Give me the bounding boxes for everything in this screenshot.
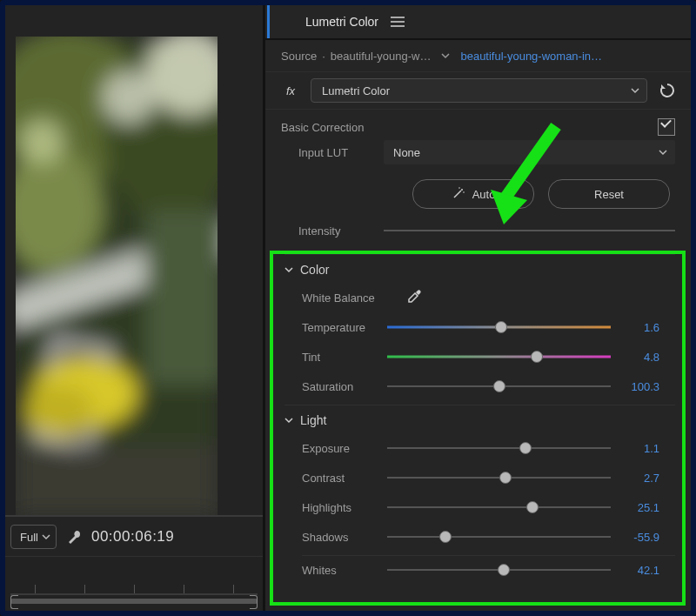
svg-point-13: [103, 71, 155, 124]
input-lut-value: None: [393, 146, 420, 159]
intensity-row: Intensity: [265, 216, 691, 245]
saturation-slider[interactable]: [387, 378, 611, 395]
input-lut-dropdown[interactable]: None: [384, 140, 675, 164]
tint-slider[interactable]: [387, 348, 611, 365]
basic-correction-toggle[interactable]: [658, 118, 675, 136]
color-group-title: Color: [300, 263, 329, 277]
effect-row: fx Lumetri Color: [265, 72, 691, 110]
timecode-display[interactable]: 00:00:06:19: [91, 528, 174, 546]
shadows-label: Shadows: [302, 531, 378, 544]
whites-label: Whites: [302, 564, 378, 577]
chevron-down-icon: [284, 416, 293, 425]
whites-slider[interactable]: [387, 561, 611, 579]
source-label: Source: [281, 50, 317, 63]
chevron-down-icon: [631, 86, 639, 95]
intensity-label: Intensity: [298, 224, 375, 238]
input-lut-row: Input LUT None: [265, 137, 691, 167]
effect-label: Lumetri Color: [322, 84, 390, 97]
preview-control-bar: Full 00:00:06:19: [5, 515, 263, 557]
intensity-slider[interactable]: [384, 222, 675, 239]
eyedropper-icon[interactable]: [406, 289, 422, 307]
shadows-value[interactable]: -55.9: [619, 531, 659, 544]
basic-correction-title: Basic Correction: [281, 121, 364, 134]
reset-button[interactable]: Reset: [548, 179, 670, 209]
exposure-slider[interactable]: [387, 439, 611, 457]
source-row: Source · beautiful-young-w… beautiful-yo…: [265, 40, 691, 72]
svg-point-16: [458, 187, 460, 189]
highlights-value[interactable]: 25.1: [619, 501, 659, 514]
video-preview[interactable]: [16, 37, 218, 515]
svg-point-15: [461, 189, 463, 191]
zoom-dropdown[interactable]: Full: [10, 525, 57, 549]
exposure-row: Exposure 1.1: [302, 433, 675, 463]
saturation-value[interactable]: 100.3: [619, 380, 659, 393]
svg-point-10: [24, 385, 94, 437]
shadows-row: Shadows -55.9: [302, 522, 675, 552]
white-balance-label: White Balance: [302, 291, 398, 305]
auto-reset-row: Auto Reset: [265, 167, 691, 216]
highlights-slider[interactable]: [387, 499, 611, 516]
source-name[interactable]: beautiful-young-w…: [331, 50, 432, 63]
contrast-value[interactable]: 2.7: [619, 472, 659, 485]
contrast-label: Contrast: [302, 472, 378, 485]
chevron-down-icon[interactable]: [441, 51, 450, 60]
input-lut-label: Input LUT: [298, 146, 375, 159]
contrast-slider[interactable]: [387, 469, 611, 486]
chevron-down-icon: [284, 265, 293, 274]
whites-value[interactable]: 42.1: [619, 564, 659, 577]
effect-dropdown[interactable]: Lumetri Color: [311, 78, 647, 103]
contrast-row: Contrast 2.7: [302, 463, 675, 492]
panel-menu-icon[interactable]: [391, 17, 405, 27]
tint-label: Tint: [302, 351, 378, 364]
saturation-row: Saturation 100.3: [302, 372, 675, 401]
lumetri-color-panel: Lumetri Color Source · beautiful-young-w…: [263, 5, 691, 611]
exposure-label: Exposure: [302, 442, 378, 455]
mini-timeline[interactable]: [5, 556, 263, 611]
svg-point-14: [20, 119, 64, 163]
preview-monitor-column: Full 00:00:06:19: [5, 5, 263, 611]
auto-button[interactable]: Auto: [412, 179, 534, 209]
svg-rect-11: [16, 445, 218, 515]
panel-title: Lumetri Color: [305, 15, 378, 29]
saturation-label: Saturation: [302, 380, 378, 393]
temperature-row: Temperature 1.6: [302, 312, 675, 342]
highlights-row: Highlights 25.1: [302, 492, 675, 522]
shadows-slider[interactable]: [387, 528, 611, 546]
light-group-header[interactable]: Light: [284, 407, 675, 433]
temperature-label: Temperature: [302, 321, 378, 334]
clip-link[interactable]: beautiful-young-woman-in…: [460, 50, 602, 63]
svg-rect-12: [146, 211, 218, 385]
fx-icon[interactable]: fx: [281, 84, 300, 97]
auto-label: Auto: [472, 188, 496, 201]
whites-row: Whites 42.1: [302, 558, 675, 582]
svg-point-17: [463, 191, 465, 193]
tint-value[interactable]: 4.8: [619, 351, 659, 364]
color-group-header[interactable]: Color: [284, 257, 675, 283]
chevron-down-icon: [659, 148, 667, 157]
zoom-value: Full: [20, 531, 38, 544]
tint-row: Tint 4.8: [302, 342, 675, 372]
wrench-icon[interactable]: [65, 528, 83, 546]
highlights-label: Highlights: [302, 501, 378, 514]
panel-header[interactable]: Lumetri Color: [265, 5, 691, 40]
reset-effect-icon[interactable]: [658, 81, 677, 100]
exposure-value[interactable]: 1.1: [619, 442, 659, 455]
white-balance-row: White Balance: [302, 283, 675, 312]
magic-wand-icon: [452, 186, 465, 203]
chevron-down-icon: [42, 532, 50, 541]
basic-correction-header[interactable]: Basic Correction: [265, 110, 691, 137]
light-group-title: Light: [300, 413, 326, 427]
temperature-slider[interactable]: [387, 318, 611, 336]
temperature-value[interactable]: 1.6: [619, 321, 659, 334]
reset-label: Reset: [594, 188, 624, 201]
